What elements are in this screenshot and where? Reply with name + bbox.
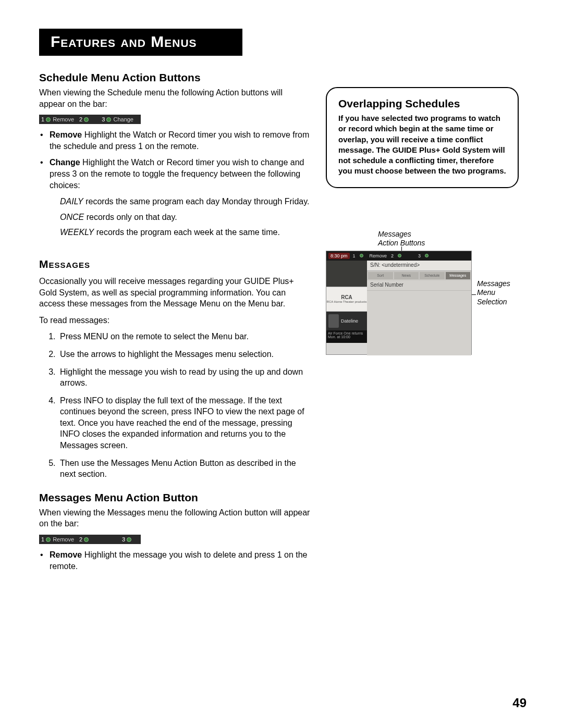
figure-label-menu-selection: Messages Menu Selection: [477, 279, 524, 307]
ss-tabs: Sort News Schedule Messages: [367, 271, 471, 280]
step-5: Then use the Messages Menu Action Button…: [58, 458, 310, 480]
ss-time: 8:30 pm: [328, 253, 350, 259]
ss-row-serial: Serial Number: [367, 280, 471, 291]
ss-tab-sort: Sort: [368, 272, 393, 279]
overlapping-schedules-box: Overlapping Schedules If you have select…: [326, 87, 519, 188]
messages-screenshot-figure: Messages Action Buttons Messages Menu Se…: [326, 251, 524, 355]
messages-screenshot: 8:30 pm 1Remove 2 3 RCA RCA Home Th: [326, 251, 472, 355]
page-number: 49: [512, 696, 527, 710]
schedule-action-intro: When viewing the Schedule menu the follo…: [39, 87, 310, 109]
ss-tab-messages: Messages: [446, 272, 471, 279]
heading-messages: Messages: [39, 258, 310, 270]
ss-serial-line: S/N: <undetermined>: [367, 261, 471, 271]
main-column: Schedule Menu Action Buttons When viewin…: [39, 71, 310, 577]
ss-rca-logo: RCA RCA Home Theater products: [326, 287, 367, 312]
ss-tab-news: News: [394, 272, 419, 279]
step-4: Press INFO to display the full text of t…: [58, 395, 310, 451]
bullet-change: Change Highlight the Watch or Record tim…: [50, 157, 310, 238]
step-2: Use the arrows to highlight the Messages…: [58, 349, 310, 360]
messages-steps: Press MENU on the remote to select the M…: [39, 331, 310, 480]
ss-preview: [326, 261, 367, 287]
step-1: Press MENU on the remote to select the M…: [58, 331, 310, 342]
step-3: Highlight the message you wish to read b…: [58, 366, 310, 389]
side-column: Overlapping Schedules If you have select…: [310, 71, 524, 577]
heading-schedule-action: Schedule Menu Action Buttons: [39, 71, 310, 84]
chapter-title: Features and Menus: [39, 29, 242, 56]
overlap-heading: Overlapping Schedules: [338, 97, 506, 110]
overlap-body: If you have selected two programs to wat…: [338, 113, 506, 177]
ss-tab-schedule: Schedule: [420, 272, 445, 279]
schedule-action-bar-image: 1Remove 2 3Change: [39, 115, 141, 124]
heading-messages-action: Messages Menu Action Button: [39, 491, 310, 504]
to-read-label: To read messages:: [39, 315, 310, 326]
ss-footer: Air Force One returns Mon. at 10:00: [326, 330, 367, 343]
messages-action-bar-image: 1Remove 2 3: [39, 535, 141, 544]
bullet-msg-remove: Remove Highlight the message you wish to…: [50, 549, 310, 572]
ss-dateline: Dateline: [326, 312, 367, 330]
figure-label-action-buttons: Messages Action Buttons: [378, 230, 451, 248]
bullet-remove: Remove Highlight the Watch or Record tim…: [50, 129, 310, 152]
messages-action-intro: When viewing the Messages menu the follo…: [39, 507, 310, 529]
messages-intro: Occasionally you will receive messages r…: [39, 276, 310, 310]
